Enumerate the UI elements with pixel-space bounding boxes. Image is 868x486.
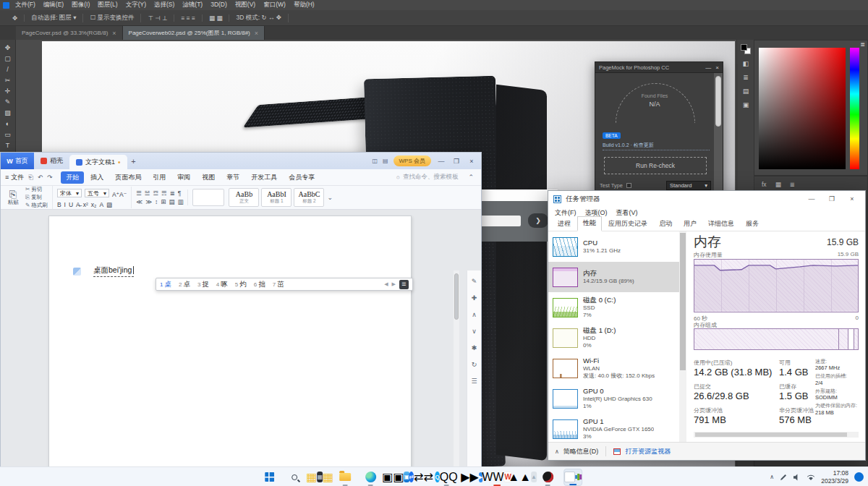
paragraph-button[interactable]: ▥: [177, 198, 183, 205]
prev-page-icon[interactable]: ◀: [384, 281, 388, 287]
side-tool-icon[interactable]: ∨: [472, 328, 477, 335]
panel-menu-icon[interactable]: ≣: [860, 41, 865, 48]
task-manager-app[interactable]: [563, 469, 582, 486]
plugin-scrollbar[interactable]: [714, 73, 723, 195]
new-tab-button[interactable]: +: [127, 153, 140, 169]
test-type-checkbox[interactable]: [626, 183, 631, 188]
ps-menu-item[interactable]: 滤镜(T): [182, 1, 203, 9]
tm-sidebar-item[interactable]: Wi-Fi WLAN 发送: 40.0 接收: 152.0 Kbps: [548, 353, 679, 383]
ps-menu-item[interactable]: 3D(D): [210, 1, 227, 9]
ime-candidate[interactable]: 7 茁: [273, 280, 284, 289]
panel-icon[interactable]: ▦: [775, 181, 781, 188]
tab-docer[interactable]: 稻壳: [34, 153, 69, 169]
minimize-button[interactable]: —: [436, 158, 446, 165]
store-app[interactable]: ▣ ▣ ▣: [386, 469, 405, 486]
ps-menu-item[interactable]: 文件(F): [15, 1, 35, 9]
ps-option-control[interactable]: 自动选择: 图层 ▾: [25, 14, 83, 22]
tray-expand-icon[interactable]: ∧: [770, 474, 774, 480]
ps-tool-icon[interactable]: ▨: [4, 108, 11, 119]
qq-app[interactable]: Q Q Q: [437, 469, 456, 486]
menu-item[interactable]: 文件(F): [555, 208, 576, 218]
tm-tab[interactable]: 用户: [678, 218, 702, 231]
ribbon-tab[interactable]: 引用: [148, 171, 171, 184]
paragraph-button[interactable]: ↕: [155, 198, 158, 205]
text-tools-preview[interactable]: [192, 189, 224, 206]
font-style-button[interactable]: x₂: [91, 201, 97, 208]
wps-home-button[interactable]: W 首页: [1, 153, 34, 169]
style-chip[interactable]: AaBbI 标题 1: [261, 188, 292, 207]
edge-browser[interactable]: [361, 469, 380, 486]
format-painter-button[interactable]: ✎ 格式刷: [25, 202, 48, 209]
file-menu[interactable]: ≡文件: [5, 173, 24, 182]
ps-menu-item[interactable]: 视图(V): [235, 1, 255, 9]
minimize-icon[interactable]: —: [705, 64, 711, 71]
cut-button[interactable]: ✂ 剪切: [25, 186, 48, 193]
ps-option-control[interactable]: ▦ ▦: [203, 14, 229, 22]
wps-document-area[interactable]: 桌面bei'jing 1 桌 2 卓 3 捉 4: [1, 210, 481, 467]
file-explorer[interactable]: [336, 469, 354, 486]
tm-sidebar-item[interactable]: 内存 14.2/15.9 GB (89%): [548, 262, 679, 292]
tm-sidebar-item[interactable]: 磁盘 0 (C:) SSD 7%: [548, 292, 679, 323]
redo-icon[interactable]: ↷: [47, 174, 52, 181]
command-search[interactable]: ○ 查找命令、搜索模板: [396, 173, 459, 182]
font-family-select[interactable]: 宋体▾: [57, 189, 82, 197]
ribbon-tab[interactable]: 开发工具: [246, 171, 282, 184]
ime-settings-icon[interactable]: ☰: [399, 280, 409, 289]
ps-menu-item[interactable]: 图层(L): [98, 1, 117, 9]
panel-collapsed-icon[interactable]: ≣: [743, 74, 749, 81]
collapse-icon[interactable]: ∧: [555, 448, 559, 455]
ps-menu-item[interactable]: 窗口(W): [263, 1, 286, 9]
tm-tab[interactable]: 服务: [741, 218, 764, 231]
paragraph-button[interactable]: ¶: [178, 189, 182, 197]
ps-tool-icon[interactable]: ▭: [4, 129, 11, 140]
ps-option-control[interactable]: ✥: [6, 14, 25, 22]
font-style-button[interactable]: A: [99, 201, 103, 208]
tm-tab[interactable]: 应用历史记录: [603, 218, 652, 231]
ribbon-tab[interactable]: 审阅: [172, 171, 195, 184]
vip-button[interactable]: WPS 会员: [393, 155, 431, 166]
ps-menu-item[interactable]: 编辑(E): [43, 1, 64, 9]
ps-menu-item[interactable]: 帮助(H): [294, 1, 315, 9]
font-style-button[interactable]: A̶: [76, 201, 80, 208]
hue-slider[interactable]: [850, 48, 859, 169]
color-swatches[interactable]: [741, 44, 751, 54]
close-button[interactable]: ×: [844, 195, 860, 202]
popup-titlebar[interactable]: ⌲: [469, 189, 558, 201]
minimize-button[interactable]: —: [804, 195, 820, 202]
paragraph-button[interactable]: ≪: [136, 198, 142, 205]
undo-icon[interactable]: ↶: [38, 174, 43, 181]
side-tool-icon[interactable]: ↻: [472, 361, 477, 368]
font-size-select[interactable]: 五号▾: [85, 189, 109, 197]
volume-icon[interactable]: [793, 474, 801, 481]
tm-tab[interactable]: 详细信息: [703, 218, 739, 231]
layout-switch-icon[interactable]: ◫: [372, 158, 378, 164]
side-tool-icon[interactable]: ✚: [472, 294, 477, 302]
document-scrollbar[interactable]: [454, 270, 459, 467]
side-tool-icon[interactable]: ✎: [472, 278, 477, 285]
color-field[interactable]: [759, 48, 846, 169]
start-button[interactable]: [260, 469, 278, 486]
paragraph-button[interactable]: ☲: [153, 189, 158, 197]
font-style-button[interactable]: U: [69, 201, 73, 208]
network-icon[interactable]: [807, 474, 815, 481]
widgets-app[interactable]: ▦ ▦ ▦: [310, 469, 329, 486]
font-style-button[interactable]: B: [57, 201, 61, 208]
ps-tool-icon[interactable]: T: [6, 140, 10, 151]
tm-horizontal-scrollbar[interactable]: [694, 432, 859, 438]
paragraph-handle-icon[interactable]: [73, 268, 81, 276]
split-view-icon[interactable]: ▤: [383, 158, 388, 164]
tm-tab[interactable]: 进程: [553, 218, 576, 231]
tab-document[interactable]: 文字文稿1 •: [69, 155, 127, 169]
panel-collapsed-icon[interactable]: ▣: [743, 101, 749, 108]
ps-option-control[interactable]: ☐ 显示变换控件: [83, 14, 141, 22]
popup-action-button[interactable]: ❯: [528, 213, 548, 228]
paragraph-button[interactable]: ≣: [170, 189, 175, 197]
ime-candidate[interactable]: 3 捉: [197, 280, 209, 289]
close-icon[interactable]: ×: [255, 30, 258, 37]
pen-icon[interactable]: [780, 474, 787, 481]
panel-icon[interactable]: ≣: [790, 181, 795, 188]
tm-tab[interactable]: 性能: [577, 216, 602, 231]
ime-candidate[interactable]: 2 卓: [179, 280, 190, 289]
ps-option-control[interactable]: ⊤ ⊣ ⊥: [141, 14, 174, 22]
gray-app[interactable]: ▲ ▲ ▲: [513, 469, 532, 486]
